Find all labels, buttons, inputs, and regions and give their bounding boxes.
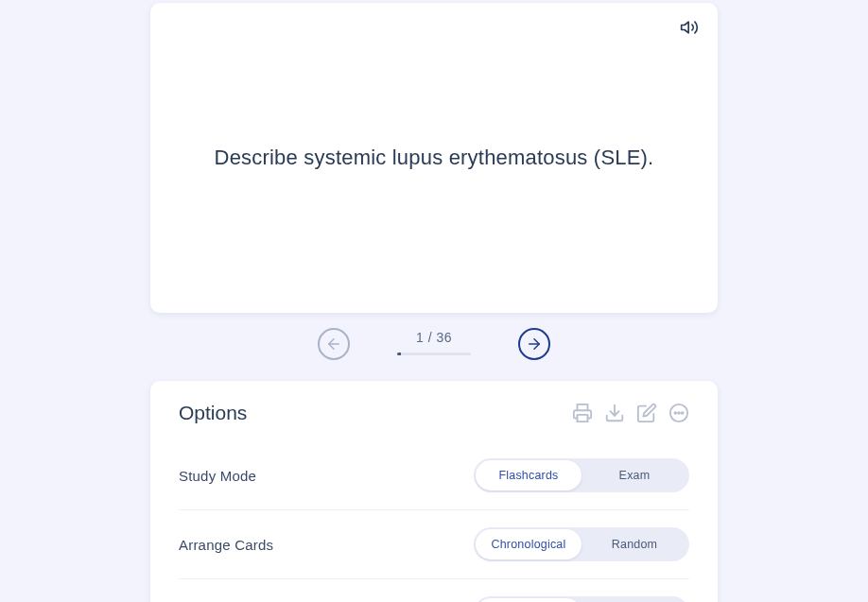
svg-point-8 [682,412,684,414]
flashcard[interactable]: Describe systemic lupus erythematosus (S… [150,3,718,313]
speaker-icon [680,18,699,37]
pagination-center: 1 / 36 [397,328,471,355]
audio-button[interactable] [678,16,701,39]
progress-bar [397,353,471,355]
segmented-arrange-cards: Chronological Random [474,527,689,561]
option-row-card-direction: Card Direction Front First Back First [179,579,689,602]
svg-point-7 [678,412,680,414]
arrange-random[interactable]: Random [582,529,687,559]
svg-marker-0 [682,22,689,33]
edit-icon [636,403,657,423]
prev-button[interactable] [318,328,350,360]
pagination-row: 1 / 36 [150,328,718,360]
svg-rect-3 [578,415,588,421]
arrow-right-icon [526,335,543,353]
progress-fill [397,353,401,355]
arrow-left-icon [325,335,342,353]
print-icon [572,403,593,423]
study-mode-flashcards[interactable]: Flashcards [476,460,582,490]
download-button[interactable] [604,403,625,423]
options-title: Options [179,402,247,424]
print-button[interactable] [572,403,593,423]
svg-point-6 [674,412,676,414]
direction-back-first[interactable]: Back First [582,598,687,602]
download-icon [604,403,625,423]
direction-front-first[interactable]: Front First [476,598,582,602]
edit-button[interactable] [636,403,657,423]
segmented-card-direction: Front First Back First [474,596,689,602]
page-counter: 1 / 36 [416,330,452,345]
options-header: Options [179,402,689,424]
flashcard-app: Describe systemic lupus erythematosus (S… [0,0,868,602]
more-button[interactable] [668,403,689,423]
arrange-chronological[interactable]: Chronological [476,529,582,559]
more-icon [668,403,689,423]
option-label: Study Mode [179,468,256,484]
option-row-study-mode: Study Mode Flashcards Exam [179,441,689,510]
options-panel: Options [150,381,718,602]
segmented-study-mode: Flashcards Exam [474,458,689,492]
option-label: Arrange Cards [179,537,273,553]
options-icon-row [572,403,689,423]
next-button[interactable] [518,328,550,360]
option-row-arrange-cards: Arrange Cards Chronological Random [179,510,689,579]
flashcard-text: Describe systemic lupus erythematosus (S… [215,146,654,170]
study-mode-exam[interactable]: Exam [582,460,687,490]
